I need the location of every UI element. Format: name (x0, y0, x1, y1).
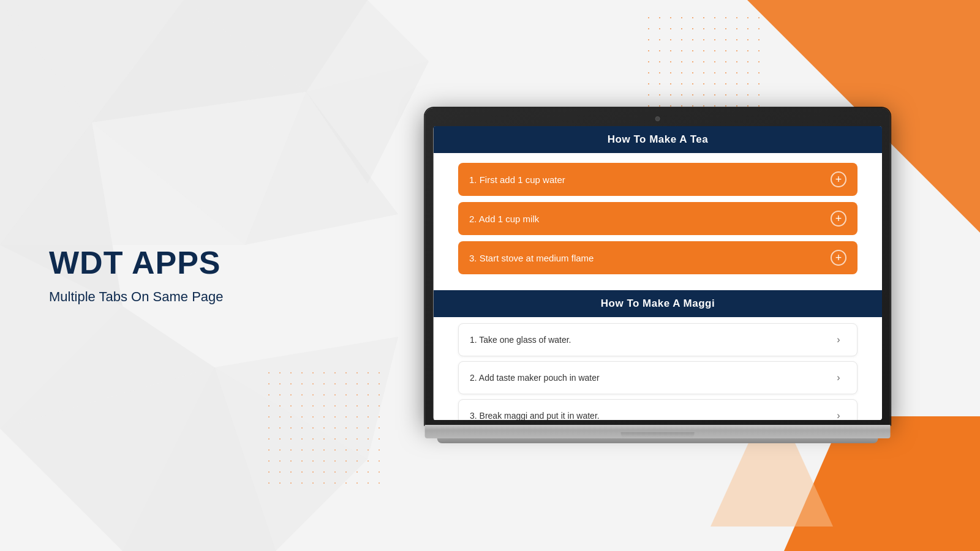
tea-section-items: 1. First add 1 cup water + 2. Add 1 cup … (434, 153, 882, 290)
dot-pattern-bottom-left (263, 367, 386, 490)
laptop-camera (655, 116, 660, 121)
tea-list-item[interactable]: 1. First add 1 cup water + (458, 163, 858, 196)
maggi-section-items: 1. Take one glass of water. › 2. Add tas… (434, 317, 882, 420)
tea-section-header: How To Make A Tea (434, 126, 882, 153)
app-subtitle: Multiple Tabs On Same Page (49, 290, 224, 305)
screen-content: How To Make A Tea 1. First add 1 cup wat… (434, 126, 882, 420)
maggi-item-text: 2. Add taste maker pouch in water (470, 373, 600, 383)
tea-item-plus-icon: + (831, 211, 846, 227)
tea-item-plus-icon: + (831, 171, 846, 187)
laptop-base (425, 425, 891, 438)
laptop-foot (437, 438, 878, 443)
laptop-bezel: How To Make A Tea 1. First add 1 cup wat… (425, 108, 891, 425)
maggi-item-text: 3. Break maggi and put it in water. (470, 411, 600, 420)
maggi-list-item[interactable]: 2. Add taste maker pouch in water › (458, 361, 858, 394)
tea-item-text: 2. Add 1 cup milk (469, 214, 539, 224)
tea-item-text: 3. Start stove at medium flame (469, 253, 594, 263)
maggi-item-chevron-icon: › (831, 370, 846, 385)
tea-item-plus-icon: + (831, 250, 846, 266)
laptop-screen: How To Make A Tea 1. First add 1 cup wat… (434, 126, 882, 420)
tea-list-item[interactable]: 3. Start stove at medium flame + (458, 241, 858, 274)
left-branding-section: WDT APPS Multiple Tabs On Same Page (49, 246, 224, 305)
tea-list-item[interactable]: 2. Add 1 cup milk + (458, 202, 858, 235)
maggi-list-item[interactable]: 1. Take one glass of water. › (458, 323, 858, 356)
maggi-item-text: 1. Take one glass of water. (470, 335, 571, 345)
maggi-item-chevron-icon: › (831, 332, 846, 347)
laptop-mockup: How To Make A Tea 1. First add 1 cup wat… (425, 108, 891, 443)
tea-item-text: 1. First add 1 cup water (469, 174, 565, 185)
maggi-section-header: How To Make A Maggi (434, 290, 882, 317)
laptop-device: How To Make A Tea 1. First add 1 cup wat… (425, 108, 891, 443)
app-title: WDT APPS (49, 246, 224, 280)
maggi-item-chevron-icon: › (831, 408, 846, 420)
maggi-list-item[interactable]: 3. Break maggi and put it in water. › (458, 399, 858, 420)
